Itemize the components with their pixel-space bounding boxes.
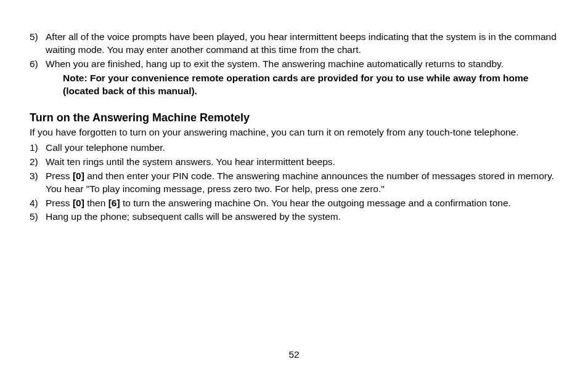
list-number: 1) — [30, 142, 46, 155]
list-item: 3) Press [0] and then enter your PIN cod… — [30, 170, 558, 196]
list-item: 6) When you are finished, hang up to exi… — [30, 58, 558, 71]
list-number: 2) — [30, 156, 46, 169]
list-item: 5) Hang up the phone; subsequent calls w… — [30, 211, 558, 224]
list-body: When you are finished, hang up to exit t… — [46, 58, 558, 71]
list-body: Press [0] then [6] to turn the answering… — [46, 197, 558, 210]
list-number: 6) — [30, 58, 46, 71]
list-item: 4) Press [0] then [6] to turn the answer… — [30, 197, 558, 210]
list-body: Hang up the phone; subsequent calls will… — [46, 211, 558, 224]
list-item: 1) Call your telephone number. — [30, 142, 558, 155]
section-intro: If you have forgotten to turn on your an… — [30, 126, 558, 139]
section-heading: Turn on the Answering Machine Remotely — [30, 110, 558, 125]
list-number: 5) — [30, 211, 46, 224]
list-body: Call your telephone number. — [46, 142, 558, 155]
note-text: Note: For your convenience remote operat… — [63, 72, 558, 98]
page-number: 52 — [0, 349, 588, 361]
list-number: 3) — [30, 170, 46, 196]
list-body: Wait ten rings until the system answers.… — [46, 156, 558, 169]
list-item: 5) After all of the voice prompts have b… — [30, 31, 558, 57]
list-number: 4) — [30, 197, 46, 210]
list-body: After all of the voice prompts have been… — [46, 31, 558, 57]
list-item: 2) Wait ten rings until the system answe… — [30, 156, 558, 169]
document-page: 5) After all of the voice prompts have b… — [0, 0, 588, 375]
list-number: 5) — [30, 31, 46, 57]
list-body: Press [0] and then enter your PIN code. … — [46, 170, 558, 196]
